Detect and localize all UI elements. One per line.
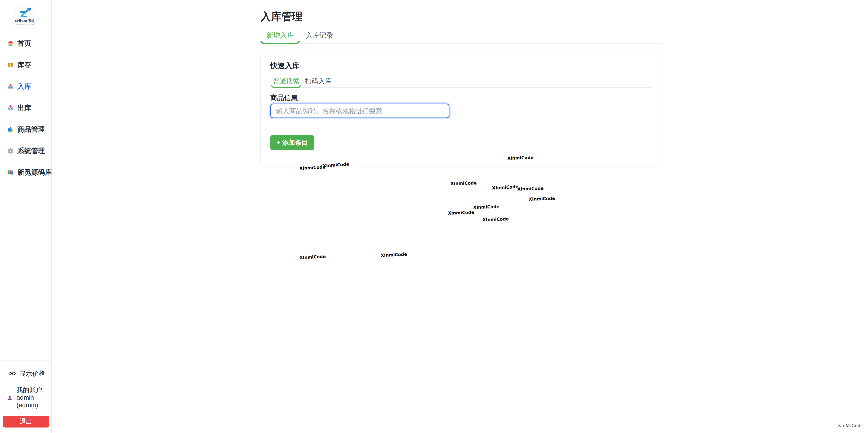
erp-logo-icon: [18, 7, 32, 19]
account-username: admin: [17, 394, 44, 401]
account-label: 我的账户:: [17, 386, 44, 394]
inbox-icon: [7, 83, 14, 90]
tab-label: 入库记录: [306, 32, 333, 39]
card-tabs: 普通搜索 扫码入库: [270, 76, 652, 88]
sidebar-item-label: 新觅源码库: [18, 168, 52, 177]
account-role: (admin): [17, 401, 44, 409]
tab-new-inbound[interactable]: 新增入库: [260, 30, 300, 43]
sidebar-item-label: 商品管理: [18, 125, 45, 134]
show-price-toggle[interactable]: 显示价格: [8, 369, 51, 378]
package-icon: [7, 62, 14, 68]
tab-inbound-records[interactable]: 入库记录: [300, 30, 339, 43]
main-tabs: 新增入库 入库记录: [260, 30, 662, 44]
user-icon: [7, 395, 12, 401]
home-icon: [7, 40, 14, 47]
sidebar-item-inbound[interactable]: 入库: [0, 76, 51, 97]
sidebar-item-label: 入库: [18, 82, 31, 91]
sidebar-item-label: 出库: [18, 103, 31, 113]
sidebar-item-products[interactable]: 商品管理: [0, 119, 51, 140]
outbox-icon: [7, 105, 14, 111]
show-price-label: 显示价格: [20, 369, 45, 378]
shopping-icon: [7, 126, 14, 133]
sidebar: 轻量ERP系统 LIGHTWEIGHT ERP SYSTEM 首页: [0, 0, 52, 433]
main-content: 入库管理 新增入库 入库记录 快速入库 普通搜索 扫码入库 商品信息: [52, 0, 868, 433]
sidebar-item-xinmi-library[interactable]: 新觅源码库: [0, 162, 51, 183]
eye-icon: [8, 371, 16, 376]
tab-scan-inbound[interactable]: 扫码入库: [302, 76, 334, 87]
sidebar-item-label: 系统管理: [18, 146, 45, 156]
tab-label: 扫码入库: [305, 77, 332, 85]
app-title: 轻量ERP系统: [16, 19, 35, 23]
active-tab-underline: [260, 41, 300, 44]
sidebar-item-label: 库存: [18, 60, 31, 70]
sidebar-item-outbound[interactable]: 出库: [0, 97, 51, 119]
tab-label: 新增入库: [267, 32, 294, 39]
footer-watermark: XinMiCode: [838, 423, 863, 428]
logout-button[interactable]: 退出: [3, 415, 49, 428]
active-tab-underline: [271, 85, 301, 88]
sidebar-divider: [0, 360, 51, 361]
sidebar-item-system[interactable]: 系统管理: [0, 140, 51, 162]
product-search-input[interactable]: [270, 104, 450, 118]
sidebar-bottom: 显示价格 我的账户: admin (admin) 退出: [0, 360, 51, 433]
sidebar-item-home[interactable]: 首页: [0, 33, 51, 54]
app-logo: 轻量ERP系统 LIGHTWEIGHT ERP SYSTEM: [14, 6, 35, 29]
sidebar-item-inventory[interactable]: 库存: [0, 54, 51, 76]
sidebar-item-label: 首页: [18, 39, 31, 48]
account-info: 我的账户: admin (admin): [7, 386, 51, 409]
add-entry-button[interactable]: + 添加条目: [270, 135, 314, 150]
gear-icon: [7, 148, 14, 154]
sidebar-menu: 首页 库存 入库: [0, 33, 51, 183]
quick-inbound-card: 快速入库 普通搜索 扫码入库 商品信息 + 添加条目: [260, 52, 662, 165]
books-icon: [7, 169, 14, 175]
app-subtitle: LIGHTWEIGHT ERP SYSTEM: [16, 24, 34, 25]
page-title: 入库管理: [260, 10, 662, 23]
tab-label: 普通搜索: [273, 77, 300, 85]
product-info-label: 商品信息: [270, 94, 652, 102]
card-title: 快速入库: [270, 62, 652, 70]
tab-normal-search[interactable]: 普通搜索: [270, 76, 302, 87]
